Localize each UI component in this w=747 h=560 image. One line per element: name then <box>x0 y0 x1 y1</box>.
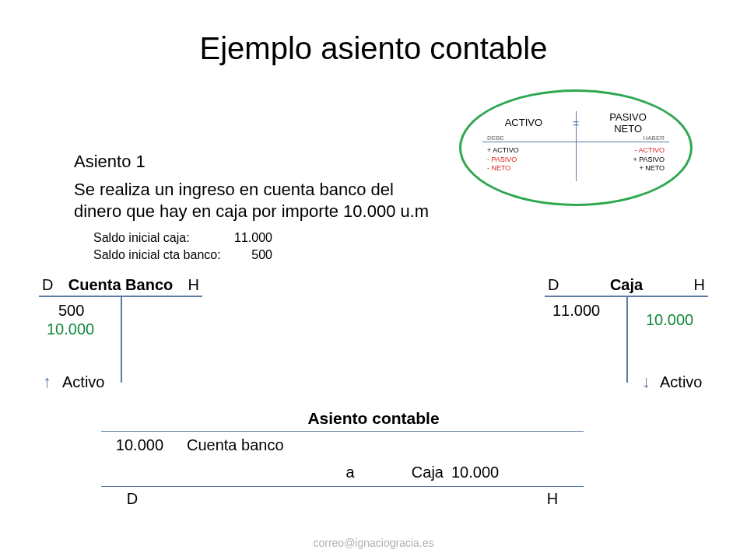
asiento-amount-credit: 10.000 <box>451 464 529 481</box>
info-left-1: + ACTIVO <box>487 146 519 156</box>
t-banco-debit-1: 500 <box>58 302 84 320</box>
asiento-account-credit: Caja <box>374 464 451 481</box>
initial-caja-value: 11.000 <box>226 229 272 247</box>
t-caja-h: H <box>694 276 705 294</box>
arrow-down-icon: ↓ <box>642 372 651 392</box>
asiento-contable-title: Asiento contable <box>0 409 747 428</box>
info-right-3: + NETO <box>633 164 665 173</box>
t-divider <box>121 297 122 383</box>
t-caja-name: Caja <box>610 276 643 294</box>
asiento-number: Asiento 1 <box>74 152 146 172</box>
initial-banco-value: 500 <box>226 247 272 264</box>
t-caja-credit-1: 10.000 <box>646 311 693 329</box>
t-divider <box>626 297 628 383</box>
initial-caja-label: Saldo inicial caja: <box>93 229 226 247</box>
asiento-description: Se realiza un ingreso en cuenta banco de… <box>74 179 440 222</box>
t-banco-activo: Activo <box>62 373 104 391</box>
asiento-contable-block: 10.000 Cuenta banco a Caja 10.000 D H <box>101 431 584 508</box>
t-caja-activo: Activo <box>660 373 702 391</box>
info-activo: ACTIVO <box>489 117 559 128</box>
asiento-amount-debit: 10.000 <box>101 436 187 454</box>
info-debe: DEBE <box>487 135 504 142</box>
asiento-account-debit: Cuenta banco <box>187 436 327 454</box>
t-banco-h: H <box>188 276 199 294</box>
t-account-banco: D Cuenta Banco H 500 10.000 <box>39 276 202 383</box>
info-pasivo-neto: PASIVO NETO <box>593 112 663 135</box>
info-neto: NETO <box>614 123 642 135</box>
info-right-1: - ACTIVO <box>633 146 665 156</box>
asiento-d-label: D <box>101 490 163 508</box>
asiento-h-label: H <box>521 490 584 508</box>
initial-banco-label: Saldo inicial cta banco: <box>93 247 226 264</box>
footer-email: correo@ignaciogracia.es <box>0 537 747 549</box>
info-haber: HABER <box>643 135 665 142</box>
info-right-2: + PASIVO <box>633 156 665 165</box>
asiento-a: a <box>327 464 374 481</box>
info-left-3: - NETO <box>487 164 519 173</box>
info-pasivo: PASIVO <box>609 111 646 123</box>
t-caja-d: D <box>548 276 559 294</box>
arrow-up-icon: ↑ <box>43 372 51 392</box>
info-left-2: - PASIVO <box>487 156 519 165</box>
info-equals: = <box>573 117 579 130</box>
t-banco-d: D <box>42 276 53 294</box>
t-banco-name: Cuenta Banco <box>68 276 173 294</box>
initial-balances: Saldo inicial caja: 11.000 Saldo inicial… <box>93 229 272 264</box>
t-caja-debit-1: 11.000 <box>552 302 600 320</box>
info-diagram: ACTIVO = PASIVO NETO DEBE HABER + ACTIVO… <box>482 105 669 191</box>
t-banco-debit-2: 10.000 <box>47 320 94 338</box>
page-title: Ejemplo asiento contable <box>0 0 747 66</box>
t-account-caja: D Caja H 11.000 10.000 <box>545 276 708 383</box>
